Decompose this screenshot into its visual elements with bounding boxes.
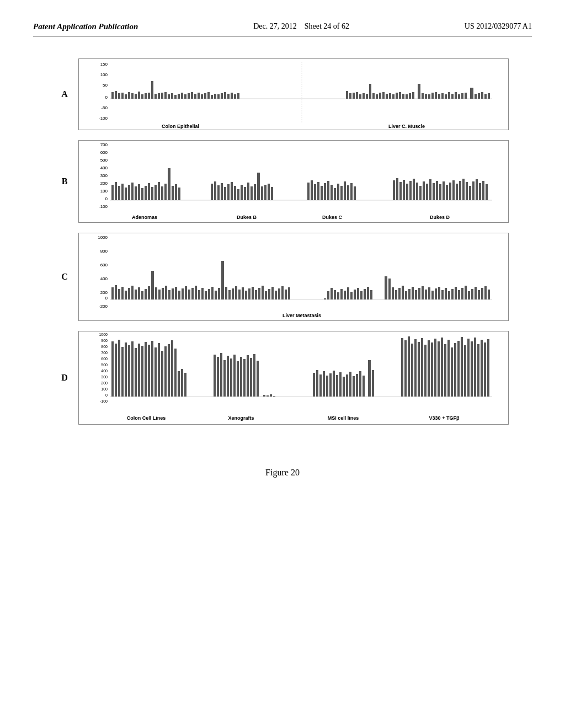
svg-text:V330 + TGFβ: V330 + TGFβ	[429, 415, 460, 421]
svg-rect-251	[324, 298, 326, 299]
svg-rect-144	[317, 182, 319, 200]
svg-text:Colon Epithelial: Colon Epithelial	[162, 124, 199, 129]
svg-rect-388	[457, 341, 460, 397]
svg-rect-338	[223, 360, 226, 397]
svg-rect-202	[128, 288, 130, 299]
svg-text:400: 400	[100, 276, 108, 281]
svg-rect-161	[409, 181, 412, 200]
svg-rect-66	[412, 92, 414, 99]
svg-rect-349	[263, 395, 265, 397]
svg-rect-136	[257, 173, 260, 200]
svg-rect-39	[217, 94, 220, 99]
panel-D-chart: 1000 900 800 700 600 500 400 300 200 100…	[78, 331, 509, 425]
svg-rect-226	[208, 289, 210, 299]
svg-rect-368	[363, 376, 365, 397]
svg-rect-104	[121, 184, 124, 200]
date-sheet-info: Dec. 27, 2012 Sheet 24 of 62	[253, 22, 349, 31]
svg-rect-320	[138, 344, 140, 397]
svg-rect-238	[248, 288, 250, 299]
svg-rect-372	[404, 340, 407, 397]
svg-rect-276	[418, 288, 420, 299]
svg-rect-267	[388, 279, 391, 299]
svg-rect-337	[220, 353, 222, 397]
svg-rect-48	[353, 93, 355, 99]
svg-rect-221	[191, 288, 194, 299]
svg-rect-245	[271, 287, 274, 299]
svg-rect-316	[125, 342, 127, 397]
svg-text:400: 400	[101, 369, 108, 373]
svg-rect-249	[285, 290, 287, 299]
svg-rect-380	[431, 342, 433, 397]
svg-rect-81	[465, 93, 467, 99]
svg-rect-246	[275, 291, 277, 299]
svg-rect-242	[262, 286, 264, 299]
svg-rect-275	[415, 290, 417, 299]
svg-rect-60	[392, 94, 395, 99]
svg-rect-134	[250, 186, 253, 200]
svg-rect-149	[334, 188, 336, 200]
svg-text:100: 100	[100, 72, 108, 77]
svg-rect-240	[255, 290, 257, 299]
svg-rect-138	[264, 185, 266, 200]
publication-date: Dec. 27, 2012	[253, 22, 297, 30]
svg-rect-65	[409, 93, 411, 99]
svg-rect-343	[240, 357, 242, 397]
svg-rect-153	[347, 185, 349, 200]
svg-rect-335	[214, 355, 216, 397]
svg-rect-151	[340, 186, 343, 200]
svg-rect-147	[327, 181, 329, 200]
svg-rect-53	[369, 84, 371, 99]
svg-rect-115	[158, 182, 160, 200]
svg-rect-54	[372, 93, 375, 99]
svg-rect-330	[171, 340, 173, 397]
svg-rect-140	[271, 187, 273, 200]
svg-rect-183	[482, 181, 484, 200]
svg-rect-333	[181, 369, 183, 397]
svg-rect-292	[471, 289, 473, 299]
svg-rect-272	[405, 291, 407, 299]
svg-rect-177	[462, 179, 465, 200]
svg-rect-13	[131, 93, 134, 99]
svg-rect-293	[475, 287, 477, 299]
svg-rect-278	[425, 290, 427, 299]
svg-rect-26	[174, 95, 177, 99]
svg-rect-123	[214, 181, 216, 200]
svg-text:800: 800	[100, 249, 108, 254]
svg-rect-237	[245, 291, 247, 299]
svg-rect-142	[311, 180, 313, 200]
svg-rect-107	[131, 183, 134, 200]
svg-rect-253	[331, 288, 333, 299]
svg-rect-62	[399, 92, 401, 99]
svg-rect-213	[165, 286, 167, 299]
figure-area: A 150 100 50 0 -50 -100	[33, 58, 532, 478]
svg-rect-36	[207, 92, 210, 99]
svg-rect-232	[228, 290, 231, 299]
svg-rect-131	[241, 185, 243, 200]
svg-rect-40	[221, 93, 223, 99]
svg-rect-214	[168, 290, 170, 299]
svg-rect-120	[175, 184, 177, 200]
svg-rect-79	[458, 94, 460, 99]
svg-rect-323	[148, 345, 150, 397]
svg-rect-288	[458, 290, 460, 299]
svg-rect-241	[258, 288, 260, 299]
publication-title: Patent Application Publication	[33, 22, 138, 31]
svg-rect-289	[461, 288, 463, 299]
svg-rect-176	[459, 181, 461, 200]
svg-rect-59	[389, 93, 391, 99]
svg-rect-197	[111, 287, 114, 299]
svg-rect-198	[115, 285, 117, 299]
panel-B-svg: 700 600 500 400 300 200 100 0 -100	[79, 141, 508, 223]
svg-rect-111	[145, 186, 147, 200]
svg-rect-171	[443, 181, 445, 200]
svg-rect-376	[418, 342, 420, 397]
svg-text:600: 600	[100, 263, 108, 267]
svg-rect-69	[425, 94, 427, 99]
svg-rect-250	[288, 287, 290, 299]
svg-rect-199	[118, 289, 120, 299]
svg-rect-157	[396, 178, 398, 200]
svg-rect-49	[356, 92, 358, 99]
svg-rect-212	[162, 288, 164, 299]
svg-rect-314	[118, 340, 120, 397]
svg-rect-222	[195, 286, 197, 299]
